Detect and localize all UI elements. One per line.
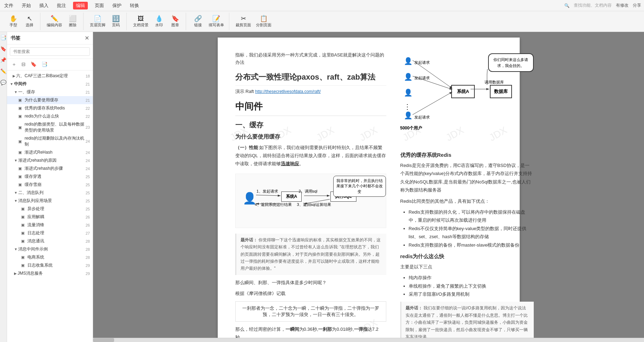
tree-item-redis-types[interactable]: ▣ redis的数据类型、以及每种数据类型的使用场景 23 (7, 120, 93, 134)
split-page-btn[interactable]: 📋 分割页面 (254, 14, 274, 29)
tree-label-ecommerce: 电商系统 (27, 254, 86, 260)
header-footer-icon: 📄 (94, 15, 101, 22)
tree-item-caf[interactable]: ▶ 六、CAF三进二和Base定理 18 (7, 72, 93, 80)
left-icon-2[interactable]: 🔖 (0, 45, 8, 53)
scrollbar-thumb[interactable] (93, 338, 114, 342)
select-tool-btn[interactable]: ↖ 选择 (22, 14, 37, 29)
tree-icon-decouple: ▣ (21, 215, 25, 219)
tree-item-cache[interactable]: ▼ 一、缓存 21 (7, 88, 93, 96)
tree-page-log-collect: 29 (86, 263, 90, 268)
redis-point-1: Redis支持数据的持久化，可以将内存中的数据保持在磁盘中，重启的时候可以再次加… (409, 208, 534, 224)
sidebar-close-btn[interactable]: ✕ (85, 35, 89, 41)
tree-item-decouple[interactable]: ▣ 应用解耦 26 (7, 213, 93, 221)
sidebar-icon-add[interactable]: ＋ (10, 60, 18, 69)
tree-label-mq-examples: 消息中间件示例 (18, 246, 86, 252)
tree-item-rehash-steps[interactable]: ▣ 渐进式rehash的步骤 24 (7, 165, 93, 173)
tree-icon-rehash-steps: ▣ (18, 166, 22, 171)
tree-item-mq-examples[interactable]: ▼ 消息中间件示例 28 (7, 245, 93, 253)
header-footer-btn[interactable]: 📄 页眉页脚 (88, 14, 107, 29)
tree-label-mq: 二、消息队列 (18, 190, 86, 196)
question-para: 那么瞬间、刹那、一弹指具体是多少时间呢？ (235, 279, 386, 287)
tree-label-mq-scenarios: 消息队列应用场景 (18, 198, 86, 204)
sidebar-header: 书签 ✕ (7, 32, 93, 45)
menu-file[interactable]: 文件 (3, 2, 15, 9)
tree-item-log-collect[interactable]: ▣ 日志收集系统 29 (7, 261, 93, 269)
tree-item-redis-expire[interactable]: ▣ redis的过期删除以及内存淘汰机制 24 (7, 134, 93, 148)
tree-icon-msg-comm: ▣ (21, 239, 25, 243)
tree-item-jms[interactable]: ▶ JMS消息服务 29 (7, 269, 93, 277)
tree-item-redis[interactable]: ▣ 优秀的缓存系统Redis 22 (7, 104, 93, 112)
tree-item-log[interactable]: ▣ 日志处理 27 (7, 229, 93, 237)
aside-io-label: 题外话： (406, 306, 422, 310)
menu-edit[interactable]: 编辑 (73, 2, 88, 9)
tree-icon-rehash: ▣ (18, 150, 22, 155)
aside-text-1: 你觉得聊一下这个迅速响应的标准，其实根据交互效果的不同，这个响应时间没有固定标准… (241, 237, 381, 271)
menu-protect[interactable]: 保护 (111, 2, 123, 9)
tree-item-async[interactable]: ▣ 异步处理 25 (7, 205, 93, 213)
doc-scroll[interactable]: JDX JDX JDX JDX JDX JDX JDX JDX 指标，我们必须采… (93, 32, 644, 338)
left-icon-5[interactable]: 💬 (0, 78, 8, 87)
sidebar-search-input[interactable] (10, 47, 90, 56)
tree-item-msg-comm[interactable]: ▣ 消息通讯 28 (7, 237, 93, 245)
tree-label-log: 日志处理 (27, 230, 86, 236)
menu-insert[interactable]: 插入 (38, 2, 50, 9)
left-icon-3[interactable]: 📌 (0, 56, 8, 64)
tree-item-why-cache[interactable]: ▣ 为什么要使用缓存 21 (7, 96, 93, 104)
tree-item-middleware[interactable]: ▼ 中间件 21 (7, 80, 93, 88)
tree-item-mq-scenarios[interactable]: ▼ 消息队列应用场景 25 (7, 197, 93, 205)
tree-label-decouple: 应用解耦 (27, 214, 86, 220)
tree-page-jms: 29 (86, 271, 90, 276)
sidebar-tree: ▶ 六、CAF三进二和Base定理 18 ▼ 中间件 21 ▼ 一、缓存 21 … (7, 71, 93, 342)
tree-icon-why-cache: ▣ (18, 98, 22, 102)
tree-item-mq[interactable]: ▼ 二、消息队列 25 (7, 189, 93, 197)
overload-arrows (400, 52, 534, 146)
demo-link[interactable]: http://thesecretlivesofdata.com/raft/ (255, 89, 321, 94)
link-btn[interactable]: 🔗 链接 (190, 14, 206, 29)
tree-item-rehash-reason[interactable]: ▼ 渐进式rehash的原因 24 (7, 156, 93, 165)
tree-page-log: 27 (86, 231, 90, 235)
tool-group-crop: ✂ 裁剪页面 📋 分割页面 (231, 13, 276, 30)
tree-arrow-caf: ▶ (13, 74, 15, 78)
sidebar-icon-bookmark1[interactable]: 🔖 (29, 60, 38, 69)
tree-label-rehash-reason: 渐进式rehash的原因 (18, 157, 86, 163)
tool-group-bg: 🖼 文档背景 💧 水印 🔖 图章 (128, 13, 186, 30)
page-columns: 指标，我们必须采用另外一种方式来完成，这里BASE就是解决这个问题的办法 分布式… (235, 52, 502, 338)
doc-intro-text: 指标，我们必须采用另外一种方式来完成，这里BASE就是解决这个问题的办法 (235, 52, 386, 66)
tree-item-cache-avalanche[interactable]: ▣ 缓存雪崩 25 (7, 181, 93, 189)
menu-comment[interactable]: 批注 (55, 2, 67, 9)
doc-horizontal-scrollbar[interactable] (93, 338, 644, 342)
erase-btn[interactable]: ⬜ 擦除 (65, 14, 80, 29)
doc-bg-btn[interactable]: 🖼 文档背景 (131, 14, 151, 29)
tree-page-ecommerce: 28 (86, 255, 90, 260)
menu-convert[interactable]: 转换 (129, 2, 140, 9)
source-para: 根据《摩诃僧祇律》记载 (235, 289, 386, 297)
watermark-label: 水印 (155, 22, 163, 28)
crop-page-btn[interactable]: ✂ 裁剪页面 (234, 14, 253, 29)
share-btn[interactable]: 分享 (633, 2, 641, 8)
tree-page-redis: 22 (86, 106, 90, 110)
tree-item-redis-fast[interactable]: ▣ redis为什么这么快 22 (7, 112, 93, 120)
stamp-icon: 🔖 (171, 15, 179, 22)
fill-form-btn[interactable]: 📝 填写表单 (206, 14, 226, 29)
page-num-btn[interactable]: 🔢 页码 (108, 14, 124, 29)
left-icon-4[interactable]: ✏️ (0, 67, 8, 75)
aside-io: 题外话： 我们在要仔细的说一说I/O多路复用机制，因为这个说法实在是太通俗了，通… (400, 302, 534, 338)
menu-start[interactable]: 开始 (20, 2, 32, 9)
sidebar-icon-bookmark2[interactable]: 📑 (40, 60, 49, 69)
watermark-btn[interactable]: 💧 水印 (151, 14, 167, 29)
tree-item-throttle[interactable]: ▣ 流量消锋 26 (7, 221, 93, 229)
tree-item-ecommerce[interactable]: ▣ 电商系统 28 (7, 253, 93, 261)
stamp-btn[interactable]: 🔖 图章 (167, 14, 183, 29)
sidebar-icon-collapse[interactable]: ⊟ (20, 60, 27, 69)
menu-page[interactable]: 页面 (93, 2, 105, 9)
tree-item-rehash[interactable]: ▣ 渐进式ReHash 24 (7, 148, 93, 156)
tool-group-link: 🔗 链接 📝 填写表单 (188, 13, 229, 30)
hand-tool-btn[interactable]: ✋ 手型 (6, 14, 21, 29)
main-area: 📑 🔖 📌 ✏️ 💬 书签 ✕ ＋ ⊟ 🔖 📑 ▶ 六、CAF三进二和Base定… (0, 32, 644, 342)
tree-item-cache-penetrate[interactable]: ▣ 缓存穿透 25 (7, 173, 93, 181)
crop-label: 裁剪页面 (236, 22, 251, 28)
tree-page-rehash-reason: 24 (86, 159, 90, 163)
middleware-title: 中间件 (235, 100, 386, 116)
edit-content-btn[interactable]: ✏️ 编辑内容 (45, 14, 64, 29)
left-icon-1[interactable]: 📑 (0, 33, 8, 42)
